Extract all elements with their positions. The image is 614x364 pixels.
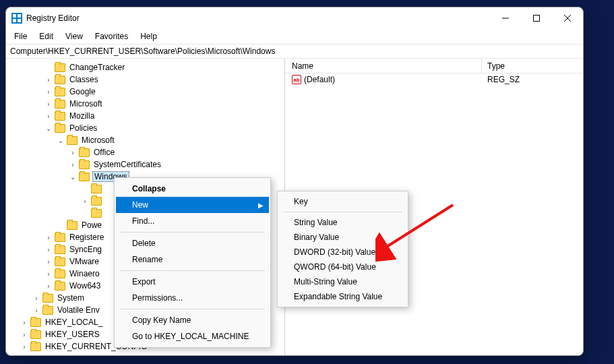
ctx-go-to-hklm[interactable]: Go to HKEY_LOCAL_MACHINE: [116, 328, 269, 344]
tree-item-label: Microsoft: [68, 99, 104, 109]
tree-item[interactable]: ›Office: [6, 146, 284, 158]
submenu-qword[interactable]: QWORD (64-bit) Value: [279, 260, 406, 274]
ctx-find[interactable]: Find...: [116, 213, 269, 229]
tree-item[interactable]: ›Microsoft: [6, 98, 284, 110]
tree-item[interactable]: ›Google: [6, 86, 284, 98]
tree-item[interactable]: ›Classes: [6, 73, 284, 86]
chevron-right-icon[interactable]: ›: [44, 246, 53, 253]
folder-icon: [79, 173, 90, 181]
chevron-right-icon[interactable]: ›: [44, 76, 53, 84]
chevron-right-icon[interactable]: ›: [44, 88, 53, 96]
submenu-multistring[interactable]: Multi-String Value: [279, 274, 406, 289]
menu-help[interactable]: Help: [135, 30, 162, 42]
ctx-rename[interactable]: Rename: [116, 251, 269, 268]
tree-item-label: System: [56, 293, 86, 303]
ctx-separator: [120, 232, 265, 233]
string-value-icon: ab: [292, 75, 301, 84]
folder-icon: [91, 209, 102, 218]
svg-rect-6: [534, 16, 540, 22]
tree-item[interactable]: ⌄Microsoft: [6, 134, 284, 146]
chevron-right-icon[interactable]: ›: [20, 343, 29, 351]
chevron-right-icon[interactable]: ›: [80, 198, 90, 205]
tree-item[interactable]: ChangeTracker: [6, 61, 284, 73]
chevron-right-icon[interactable]: ›: [32, 295, 41, 302]
list-row[interactable]: ab (Default) REG_SZ: [285, 73, 583, 86]
tree-item-label: Microsoft: [80, 135, 116, 145]
menu-edit[interactable]: Edit: [34, 30, 59, 42]
ctx-delete[interactable]: Delete: [116, 235, 269, 251]
svg-rect-1: [13, 14, 16, 18]
ctx-copy-key-name[interactable]: Copy Key Name: [116, 312, 269, 328]
tree-item-label: Winaero: [68, 269, 101, 278]
tree-item-label: Volatile Env: [56, 305, 101, 315]
minimize-button[interactable]: [490, 7, 521, 29]
value-name: (Default): [304, 75, 335, 84]
folder-icon: [67, 136, 78, 145]
folder-icon: [55, 88, 65, 96]
tree-item[interactable]: ›Mozilla: [6, 110, 284, 122]
menu-favorites[interactable]: Favorites: [90, 30, 133, 42]
ctx-export[interactable]: Export: [116, 274, 269, 290]
close-button[interactable]: [552, 7, 583, 29]
submenu-arrow-icon: ▶: [258, 202, 264, 209]
chevron-right-icon[interactable]: ›: [44, 270, 53, 278]
ctx-separator: [120, 270, 265, 271]
folder-icon: [55, 100, 65, 109]
submenu-binary[interactable]: Binary Value: [279, 230, 406, 245]
ctx-separator: [120, 309, 265, 309]
window-controls: [490, 7, 583, 29]
submenu-separator: [283, 212, 402, 212]
svg-rect-2: [18, 14, 21, 18]
column-name[interactable]: Name: [285, 59, 482, 73]
folder-icon: [55, 63, 65, 72]
chevron-right-icon[interactable]: ›: [44, 100, 53, 108]
tree-item-label: VMware: [68, 257, 100, 266]
submenu-key[interactable]: Key: [279, 194, 406, 209]
chevron-right-icon[interactable]: ›: [32, 307, 41, 314]
ctx-collapse[interactable]: Collapse: [116, 181, 269, 197]
chevron-down-icon[interactable]: ⌄: [56, 137, 65, 144]
address-bar[interactable]: Computer\HKEY_CURRENT_USER\Software\Poli…: [6, 44, 583, 59]
chevron-right-icon[interactable]: ›: [68, 161, 78, 169]
tree-item-label: SyncEng: [68, 245, 103, 254]
folder-icon: [30, 318, 41, 327]
chevron-down-icon[interactable]: ⌄: [44, 125, 53, 132]
menu-file[interactable]: File: [9, 30, 32, 42]
tree-item[interactable]: ⌄Policies: [6, 122, 284, 134]
chevron-right-icon[interactable]: ›: [44, 282, 53, 290]
app-icon: [11, 13, 22, 24]
menu-view[interactable]: View: [60, 30, 88, 42]
chevron-right-icon[interactable]: ›: [20, 319, 29, 326]
folder-icon: [67, 221, 78, 230]
folder-icon: [55, 233, 65, 242]
chevron-right-icon[interactable]: ›: [44, 234, 53, 241]
chevron-right-icon[interactable]: ›: [44, 113, 53, 120]
submenu-string[interactable]: String Value: [279, 215, 406, 230]
folder-icon: [55, 112, 65, 121]
chevron-right-icon[interactable]: ›: [20, 331, 29, 338]
submenu-dword[interactable]: DWORD (32-bit) Value: [279, 245, 406, 260]
chevron-right-icon[interactable]: ›: [68, 149, 78, 156]
tree-item-label: Powe: [80, 220, 103, 230]
submenu-expstring[interactable]: Expandable String Value: [279, 289, 406, 304]
tree-item-label: Policies: [68, 123, 98, 133]
submenu-new: Key String Value Binary Value DWORD (32-…: [277, 191, 408, 307]
column-type[interactable]: Type: [482, 59, 583, 73]
tree-item-label: Classes: [68, 75, 100, 84]
chevron-right-icon[interactable]: ›: [44, 258, 53, 266]
maximize-button[interactable]: [521, 7, 552, 29]
titlebar: Registry Editor: [6, 7, 583, 29]
value-type: REG_SZ: [482, 75, 520, 84]
tree-item-label: HKEY_USERS: [44, 330, 101, 339]
folder-icon: [55, 124, 65, 133]
svg-rect-4: [18, 19, 21, 22]
ctx-permissions[interactable]: Permissions...: [116, 290, 269, 306]
folder-icon: [30, 330, 41, 339]
tree-item-label: Google: [68, 87, 97, 96]
tree-item-label: Registere: [68, 233, 105, 242]
folder-icon: [91, 185, 102, 193]
ctx-new[interactable]: New ▶: [116, 197, 269, 213]
chevron-down-icon[interactable]: ⌄: [68, 173, 78, 181]
tree-item[interactable]: ›SystemCertificates: [6, 158, 284, 171]
svg-rect-3: [13, 19, 16, 22]
